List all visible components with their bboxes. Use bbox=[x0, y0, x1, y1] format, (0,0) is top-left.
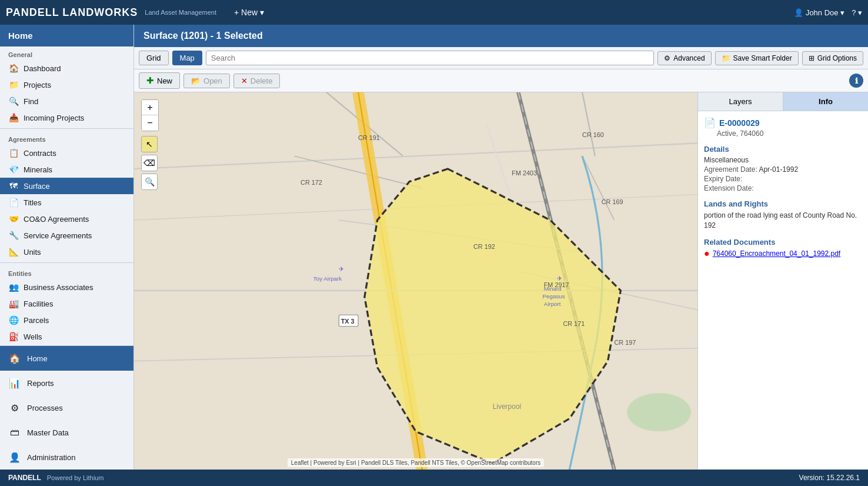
user-menu[interactable]: 👤 John Doe ▾ bbox=[794, 8, 844, 17]
sidebar-item-wells[interactable]: ⛽ Wells bbox=[0, 328, 133, 345]
sidebar-item-units[interactable]: 📐 Units bbox=[0, 244, 133, 260]
sidebar-item-label: Units bbox=[24, 248, 41, 257]
save-smart-folder-button[interactable]: 📁 Save Smart Folder bbox=[715, 51, 799, 65]
svg-text:TX 3: TX 3 bbox=[341, 318, 355, 325]
content-area: CR 191 CR 160 CR 172 CR 169 FM 2403 FM 2… bbox=[134, 92, 868, 470]
open-action-label: Open bbox=[203, 76, 222, 85]
svg-text:Pegasus: Pegasus bbox=[543, 293, 565, 299]
svg-text:CR 169: CR 169 bbox=[602, 198, 623, 205]
sidebar-item-label: Incoming Projects bbox=[24, 114, 84, 122]
open-action-button[interactable]: 📂 Open bbox=[183, 74, 230, 88]
agreements-section-label: Agreements bbox=[0, 131, 133, 145]
sidebar-item-parcels[interactable]: 🌐 Parcels bbox=[0, 312, 133, 328]
map-svg: CR 191 CR 160 CR 172 CR 169 FM 2403 FM 2… bbox=[134, 92, 697, 470]
facilities-icon: 🏭 bbox=[8, 298, 19, 309]
units-icon: 📐 bbox=[8, 247, 19, 257]
grid-tab[interactable]: Grid bbox=[139, 51, 169, 65]
sidebar-bottom-reports[interactable]: 📊 Reports bbox=[0, 371, 133, 395]
grid-options-button[interactable]: ⊞ Grid Options bbox=[802, 51, 863, 65]
sidebar-item-minerals[interactable]: 💎 Minerals bbox=[0, 161, 133, 178]
related-docs-section-title: Related Documents bbox=[704, 238, 862, 247]
folder-icon: 📁 bbox=[722, 54, 730, 62]
sidebar-item-label: Minerals bbox=[24, 165, 52, 174]
toolbar: Grid Map ⚙ Advanced 📁 Save Smart Folder … bbox=[134, 47, 868, 69]
map-tab[interactable]: Map bbox=[172, 51, 202, 65]
zoom-out-button[interactable]: − bbox=[142, 115, 158, 131]
new-action-button[interactable]: ✚ New bbox=[139, 72, 180, 89]
help-menu[interactable]: ? ▾ bbox=[852, 8, 862, 17]
select-tool-icon: ↖ bbox=[146, 139, 153, 149]
sidebar-item-business-associates[interactable]: 👥 Business Associates bbox=[0, 279, 133, 295]
administration-icon: 👤 bbox=[8, 451, 21, 464]
record-id-link[interactable]: E-0000029 bbox=[719, 118, 760, 128]
sidebar-item-titles[interactable]: 📄 Titles bbox=[0, 194, 133, 211]
erase-tool-button[interactable]: ⌫ bbox=[141, 155, 158, 171]
sidebar-bottom-administration[interactable]: 👤 Administration bbox=[0, 445, 133, 470]
delete-action-label: Delete bbox=[251, 76, 273, 85]
brand: PANDELL LANDWORKS Land Asset Management bbox=[6, 6, 216, 19]
tagline: Land Asset Management bbox=[145, 9, 216, 16]
sidebar-item-contracts[interactable]: 📋 Contracts bbox=[0, 145, 133, 161]
document-link[interactable]: 764060_Encroachment_04_01_1992.pdf bbox=[713, 249, 841, 258]
sidebar-item-label: Facilities bbox=[24, 299, 54, 308]
detail-type: Miscellaneous bbox=[704, 156, 862, 164]
doc-dot-icon: ● bbox=[704, 249, 710, 258]
search-tool-button[interactable]: 🔍 bbox=[141, 174, 158, 190]
erase-tool-icon: ⌫ bbox=[143, 158, 155, 168]
layers-tab[interactable]: Layers bbox=[698, 92, 783, 111]
info-tab[interactable]: Info bbox=[783, 92, 868, 111]
plus-icon: ✚ bbox=[146, 75, 154, 86]
info-icon: ℹ bbox=[855, 76, 858, 85]
sidebar-bottom: 🏠 Home 📊 Reports ⚙ Processes 🗃 Master Da… bbox=[0, 345, 133, 470]
delete-action-button[interactable]: ✕ Delete bbox=[233, 74, 281, 88]
sidebar-scroll: General 🏠 Dashboard 📁 Projects 🔍 Find 📥 … bbox=[0, 46, 133, 345]
svg-text:CR 171: CR 171 bbox=[563, 320, 585, 327]
main-content: Surface (1201) - 1 Selected Grid Map ⚙ A… bbox=[134, 25, 868, 470]
info-button[interactable]: ℹ bbox=[849, 74, 863, 88]
footer-powered: Powered by Lithium bbox=[47, 474, 104, 481]
agreement-date-row: Agreement Date: Apr-01-1992 bbox=[704, 165, 862, 174]
map-area: CR 191 CR 160 CR 172 CR 169 FM 2403 FM 2… bbox=[134, 92, 697, 470]
sidebar-item-find[interactable]: 🔍 Find bbox=[0, 93, 133, 109]
svg-text:✈: ✈ bbox=[339, 265, 344, 272]
sidebar-bottom-home[interactable]: 🏠 Home bbox=[0, 346, 133, 371]
attribution-text: Leaflet | Powered by Esri | Pandell DLS … bbox=[291, 460, 540, 466]
svg-point-17 bbox=[627, 393, 691, 431]
expiry-date-label: Expiry Date: bbox=[704, 175, 742, 183]
svg-text:Airport: Airport bbox=[544, 301, 561, 307]
sidebar-item-service-agreements[interactable]: 🔧 Service Agreements bbox=[0, 227, 133, 244]
sidebar-item-label: Contracts bbox=[24, 149, 56, 158]
grid-options-label: Grid Options bbox=[817, 54, 857, 62]
action-bar: ✚ New 📂 Open ✕ Delete ℹ bbox=[134, 69, 868, 92]
top-nav: PANDELL LANDWORKS Land Asset Management … bbox=[0, 0, 868, 25]
sidebar-item-label: CO&O Agreements bbox=[24, 215, 89, 224]
sidebar-item-surface[interactable]: 🗺 Surface bbox=[0, 178, 133, 194]
sidebar-item-facilities[interactable]: 🏭 Facilities bbox=[0, 295, 133, 312]
page-title: Surface (1201) - 1 Selected bbox=[134, 25, 868, 47]
new-button[interactable]: + New ▾ bbox=[228, 5, 270, 19]
sidebar-bottom-master-data[interactable]: 🗃 Master Data bbox=[0, 420, 133, 445]
record-subtitle: Active, 764060 bbox=[717, 129, 862, 138]
titles-icon: 📄 bbox=[8, 197, 19, 208]
details-section-title: Details bbox=[704, 145, 862, 154]
search-tool-icon: 🔍 bbox=[145, 177, 155, 187]
sidebar-item-label: Find bbox=[24, 97, 38, 106]
gear-icon: ⚙ bbox=[664, 54, 670, 62]
sidebar-bottom-processes[interactable]: ⚙ Processes bbox=[0, 395, 133, 420]
general-section-label: General bbox=[0, 46, 133, 60]
brand-name: PANDELL LANDWORKS bbox=[6, 6, 138, 19]
advanced-button[interactable]: ⚙ Advanced bbox=[657, 51, 711, 65]
sidebar-item-label: Wells bbox=[24, 332, 42, 341]
sidebar-item-projects[interactable]: 📁 Projects bbox=[0, 76, 133, 93]
sidebar-item-coo-agreements[interactable]: 🤝 CO&O Agreements bbox=[0, 211, 133, 227]
select-tool-button[interactable]: ↖ bbox=[141, 136, 158, 152]
svg-text:Toy Airpark: Toy Airpark bbox=[313, 276, 342, 282]
sidebar-item-incoming-projects[interactable]: 📥 Incoming Projects bbox=[0, 109, 133, 126]
zoom-in-button[interactable]: + bbox=[142, 100, 158, 115]
find-icon: 🔍 bbox=[8, 96, 19, 106]
surface-icon: 🗺 bbox=[8, 181, 19, 191]
sidebar-item-dashboard[interactable]: 🏠 Dashboard bbox=[0, 60, 133, 76]
search-input[interactable] bbox=[206, 51, 654, 65]
svg-text:FM 2403: FM 2403 bbox=[512, 169, 537, 177]
user-icon: 👤 bbox=[794, 8, 803, 17]
